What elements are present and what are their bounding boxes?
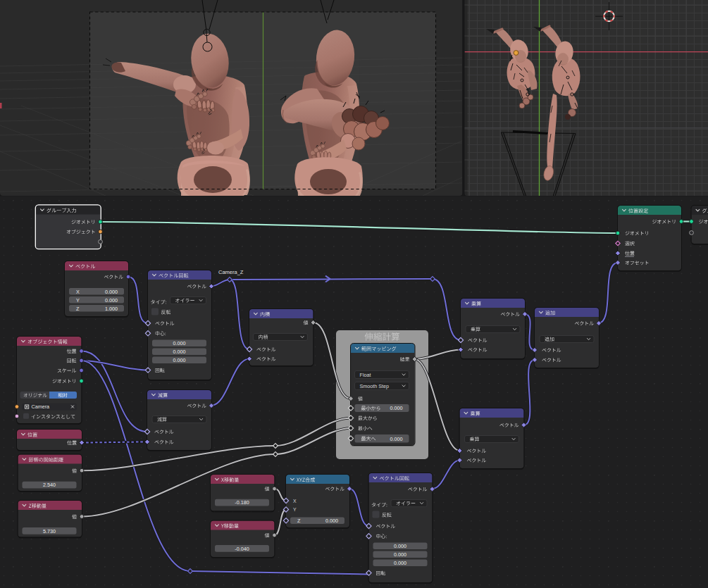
svg-text:0.000: 0.000 [325, 518, 338, 524]
svg-text:Smooth Step: Smooth Step [360, 383, 390, 389]
svg-text:0.000: 0.000 [394, 560, 406, 566]
svg-text:Float: Float [360, 372, 371, 378]
svg-text:0.000: 0.000 [390, 405, 403, 411]
svg-text:0.000: 0.000 [173, 349, 186, 355]
svg-text:0.000: 0.000 [394, 543, 406, 549]
svg-text:0.000: 0.000 [390, 436, 403, 442]
svg-text:2.540: 2.540 [43, 482, 56, 488]
svg-text:Z: Z [76, 306, 80, 312]
svg-text:0.000: 0.000 [394, 551, 406, 558]
svg-text:0.000: 0.000 [105, 289, 118, 295]
svg-text:0.000: 0.000 [173, 340, 186, 346]
svg-text:Y: Y [293, 507, 297, 512]
svg-text:X: X [76, 289, 80, 295]
svg-text:Z: Z [297, 518, 301, 524]
svg-text:X: X [293, 499, 297, 503]
svg-text:-0.180: -0.180 [235, 499, 249, 506]
svg-text:Camera: Camera [32, 404, 50, 410]
svg-text:Camera_Z: Camera_Z [218, 269, 244, 275]
svg-text:Y: Y [76, 297, 80, 304]
svg-text:-0.040: -0.040 [235, 546, 249, 552]
svg-text:0.000: 0.000 [173, 357, 186, 363]
svg-text:0.000: 0.000 [105, 297, 118, 304]
svg-text:1.000: 1.000 [105, 306, 118, 312]
svg-text:5.730: 5.730 [43, 528, 56, 534]
